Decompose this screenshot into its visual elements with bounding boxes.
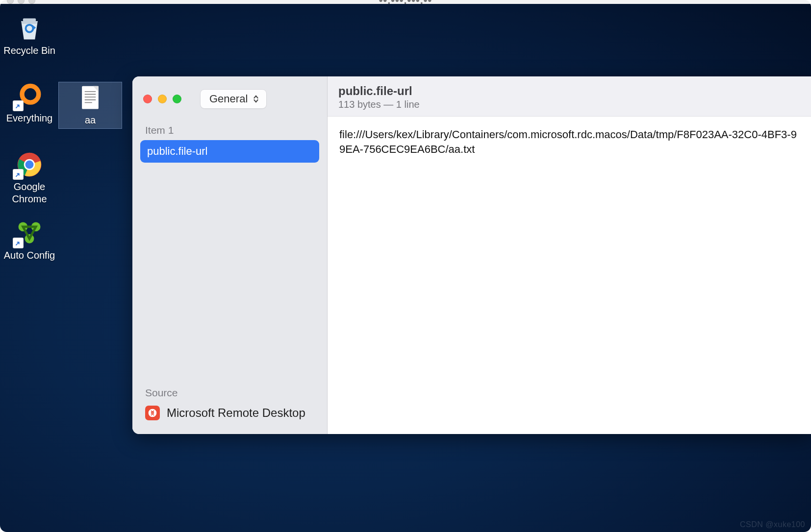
traffic-lights — [143, 95, 181, 103]
svg-point-18 — [149, 409, 157, 417]
detail-header: public.file-url 113 bytes — 1 line — [328, 76, 811, 117]
detail-meta: 113 bytes — 1 line — [338, 99, 800, 110]
remote-desktop[interactable]: Recycle Bin Everything — [0, 4, 811, 532]
svg-rect-2 — [23, 18, 36, 22]
shortcut-badge-icon — [13, 238, 23, 248]
svg-point-14 — [25, 160, 34, 169]
zoom-button[interactable] — [173, 95, 181, 103]
item-row-public-file-url[interactable]: public.file-url — [140, 140, 319, 163]
source-app-row[interactable]: Microsoft Remote Desktop — [145, 406, 314, 420]
minimize-button[interactable] — [158, 95, 167, 103]
shortcut-badge-icon — [13, 169, 23, 179]
outer-close-dot[interactable] — [7, 0, 14, 4]
detail-content[interactable]: file:///Users/kex/Library/Containers/com… — [328, 117, 811, 434]
item-section-header: Item 1 — [132, 118, 327, 140]
clipboard-sidebar: General Item 1 public.file-url Source — [132, 76, 328, 434]
source-section-header: Source — [145, 387, 314, 399]
outer-titlebar[interactable]: ••.•••.•••.•• — [0, 0, 811, 4]
everything-icon — [15, 82, 44, 109]
item-list: public.file-url — [132, 140, 327, 163]
outer-mac-window: ••.•••.•••.•• Recycle Bin — [0, 0, 811, 532]
close-button[interactable] — [143, 95, 152, 103]
recycle-bin-icon — [15, 15, 44, 42]
clipboard-toolbar: General — [132, 82, 327, 118]
desktop-icon-label: Everything — [6, 112, 53, 124]
svg-point-4 — [22, 86, 39, 102]
outer-traffic-lights — [7, 0, 35, 4]
desktop-icon-label: Recycle Bin — [3, 45, 55, 57]
desktop-icon-label: Auto Config — [4, 249, 55, 262]
text-file-icon — [76, 84, 105, 111]
clipboard-viewer-window[interactable]: General Item 1 public.file-url Source — [132, 76, 811, 434]
desktop-icon-label: Google Chrome — [12, 181, 47, 205]
view-mode-dropdown[interactable]: General — [200, 89, 267, 109]
clipboard-detail: public.file-url 113 bytes — 1 line file:… — [328, 76, 811, 434]
desktop-icon-auto-config[interactable]: Auto Config — [0, 219, 59, 262]
detail-title: public.file-url — [338, 84, 800, 98]
outer-zoom-dot[interactable] — [28, 0, 35, 4]
shortcut-badge-icon — [13, 101, 23, 111]
desktop-icon-everything[interactable]: Everything — [0, 82, 59, 124]
source-app-name: Microsoft Remote Desktop — [167, 406, 305, 420]
item-row-label: public.file-url — [147, 145, 208, 158]
source-section: Source Microsoft Remote Desktop — [132, 383, 327, 434]
outer-minimize-dot[interactable] — [18, 0, 25, 4]
view-mode-dropdown-label: General — [209, 93, 248, 105]
desktop-icon-label: aa — [85, 114, 96, 126]
desktop-icon-aa-file[interactable]: aa — [59, 82, 122, 128]
desktop-icon-recycle-bin[interactable]: Recycle Bin — [0, 15, 59, 57]
desktop-icon-chrome[interactable]: Google Chrome — [0, 151, 59, 205]
remote-desktop-app-icon — [145, 406, 160, 420]
chrome-icon — [15, 151, 44, 178]
auto-config-icon — [15, 219, 44, 246]
watermark: CSDN @xuke100 — [740, 520, 805, 529]
chevron-up-down-icon — [253, 95, 259, 103]
